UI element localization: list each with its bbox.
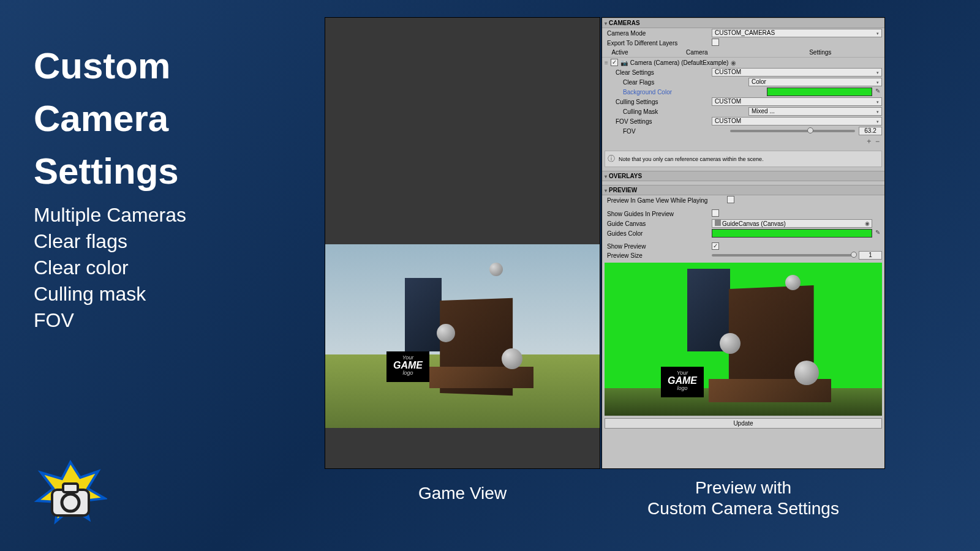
preview-caption: Preview with Custom Camera Settings	[601, 478, 885, 519]
overlays-section-header[interactable]: OVERLAYS	[602, 171, 884, 181]
info-note: Note that you only can reference cameras…	[605, 151, 882, 167]
bullet-item: Multiple Cameras	[34, 204, 297, 227]
blue-tower	[405, 278, 442, 351]
bullet-item: Clear flags	[34, 230, 297, 253]
background-color-label: Background Color	[605, 89, 712, 96]
preview-size-field[interactable]: 1	[859, 251, 882, 260]
canvas-icon	[715, 220, 721, 226]
fov-value-field[interactable]: 63.2	[859, 127, 882, 135]
preview-size-slider[interactable]	[712, 254, 855, 257]
clear-settings-label: Clear Settings	[605, 69, 712, 76]
sphere	[785, 275, 801, 290]
export-layers-label: Export To Different Layers	[605, 40, 712, 47]
screenshot-logo-icon	[34, 459, 107, 527]
camera-table-header: Active Camera Settings	[602, 48, 884, 58]
game-view-panel: Your GAME logo	[325, 17, 600, 469]
camera-icon: 📷	[620, 59, 628, 66]
sphere	[794, 361, 819, 385]
fov-label: FOV	[605, 128, 712, 135]
remove-camera-button[interactable]: −	[875, 137, 880, 146]
title-line-1: Custom	[34, 46, 297, 86]
fov-slider[interactable]	[730, 130, 855, 132]
svg-rect-2	[63, 484, 78, 492]
clear-flags-dropdown[interactable]: Color	[748, 78, 882, 86]
slide-title-block: Custom Camera Settings Multiple Cameras …	[34, 46, 297, 335]
camera-entry-name: Camera (Camera) (DefaultExample)	[630, 59, 729, 66]
sphere	[502, 348, 522, 369]
clear-flags-label: Clear Flags	[605, 79, 712, 86]
guide-canvas-field[interactable]: GuideCanvas (Canvas)	[712, 219, 872, 228]
preview-in-game-label: Preview In Game View While Playing	[605, 197, 727, 204]
object-picker-icon[interactable]: ◉	[731, 59, 736, 66]
preview-scene: Your GAME logo	[605, 263, 882, 416]
show-preview-label: Show Preview	[605, 243, 712, 250]
sphere	[437, 324, 455, 342]
show-preview-checkbox[interactable]	[712, 242, 719, 250]
fov-settings-dropdown[interactable]: CUSTOM	[712, 117, 882, 126]
drag-handle-icon[interactable]: ≡	[605, 59, 608, 66]
preview-in-game-checkbox[interactable]	[727, 196, 734, 203]
game-logo-billboard: Your GAME logo	[661, 367, 704, 397]
show-guides-label: Show Guides In Preview	[605, 211, 712, 217]
camera-mode-label: Camera Mode	[605, 30, 712, 37]
sphere	[720, 333, 741, 354]
title-line-2: Camera	[34, 99, 297, 139]
game-logo-billboard: Your GAME logo	[386, 351, 429, 382]
bullet-item: FOV	[34, 309, 297, 332]
inspector-panel: CAMERAS Camera Mode CUSTOM_CAMERAS Expor…	[601, 17, 885, 469]
title-line-3: Settings	[34, 151, 297, 192]
sphere	[489, 263, 503, 276]
camera-mode-dropdown[interactable]: CUSTOM_CAMERAS	[712, 29, 882, 37]
camera-entry-row[interactable]: ≡ 📷 Camera (Camera) (DefaultExample) ◉	[602, 58, 884, 67]
game-view-scene: Your GAME logo	[325, 244, 600, 428]
guide-canvas-label: Guide Canvas	[605, 220, 712, 227]
update-button[interactable]: Update	[605, 418, 882, 429]
gameview-caption: Game View	[325, 484, 600, 503]
bullet-list: Multiple Cameras Clear flags Clear color…	[34, 204, 297, 332]
background-color-swatch[interactable]	[767, 88, 872, 96]
guides-color-swatch[interactable]	[712, 229, 872, 238]
guides-color-label: Guides Color	[605, 230, 712, 237]
fov-settings-label: FOV Settings	[605, 118, 712, 125]
add-camera-button[interactable]: +	[867, 137, 871, 146]
culling-settings-label: Culling Settings	[605, 99, 712, 105]
cameras-section-header[interactable]: CAMERAS	[602, 18, 884, 28]
culling-mask-label: Culling Mask	[605, 108, 712, 115]
bullet-item: Culling mask	[34, 283, 297, 305]
clear-settings-dropdown[interactable]: CUSTOM	[712, 68, 882, 77]
camera-active-checkbox[interactable]	[611, 59, 618, 66]
brown-platform	[429, 367, 533, 388]
culling-settings-dropdown[interactable]: CUSTOM	[712, 97, 882, 106]
preview-section-header[interactable]: PREVIEW	[602, 185, 884, 195]
culling-mask-dropdown[interactable]: Mixed ...	[748, 107, 882, 116]
preview-size-label: Preview Size	[605, 252, 712, 259]
export-layers-checkbox[interactable]	[712, 39, 719, 46]
bullet-item: Clear color	[34, 257, 297, 279]
show-guides-checkbox[interactable]	[712, 209, 719, 217]
